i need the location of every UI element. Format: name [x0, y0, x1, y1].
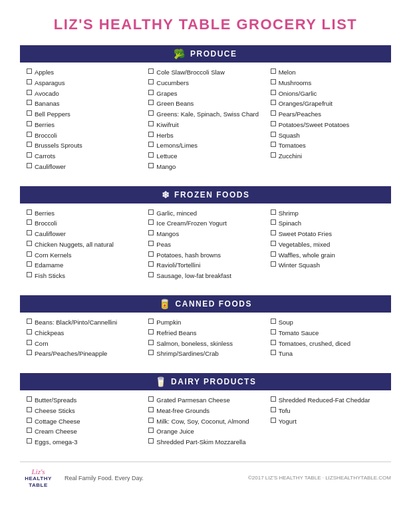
list-item[interactable]: Chicken Nuggets, all natural: [27, 240, 140, 249]
checkbox[interactable]: [27, 251, 32, 257]
list-item[interactable]: Broccoli: [27, 219, 140, 228]
checkbox[interactable]: [271, 132, 276, 137]
checkbox[interactable]: [148, 241, 154, 246]
checkbox[interactable]: [271, 152, 276, 158]
checkbox[interactable]: [27, 79, 32, 84]
list-item[interactable]: Melon: [271, 68, 384, 77]
list-item[interactable]: Potatoes, hash browns: [148, 251, 262, 260]
list-item[interactable]: Beans: Black/Pinto/Cannellini: [27, 318, 140, 327]
list-item[interactable]: Garlic, minced: [148, 209, 262, 218]
checkbox[interactable]: [27, 438, 32, 444]
checkbox[interactable]: [148, 396, 154, 402]
checkbox[interactable]: [27, 68, 32, 74]
list-item[interactable]: Shrimp: [271, 209, 384, 218]
checkbox[interactable]: [27, 209, 32, 215]
checkbox[interactable]: [148, 209, 154, 215]
list-item[interactable]: Pears/Peaches: [271, 110, 384, 119]
list-item[interactable]: Winter Squash: [271, 261, 384, 270]
checkbox[interactable]: [148, 79, 154, 84]
checkbox[interactable]: [148, 142, 154, 147]
list-item[interactable]: Tomatoes, crushed, diced: [271, 339, 384, 348]
checkbox[interactable]: [271, 219, 276, 225]
list-item[interactable]: Eggs, omega-3: [27, 438, 140, 447]
list-item[interactable]: Zucchini: [271, 152, 384, 161]
list-item[interactable]: Ravioli/Tortellini: [148, 261, 262, 270]
list-item[interactable]: Tomato Sauce: [271, 329, 384, 338]
list-item[interactable]: Lemons/Limes: [148, 141, 262, 150]
list-item[interactable]: Meat-free Grounds: [148, 406, 262, 416]
checkbox[interactable]: [148, 350, 154, 355]
checkbox[interactable]: [148, 438, 154, 444]
list-item[interactable]: Herbs: [148, 131, 262, 140]
list-item[interactable]: Tuna: [271, 349, 384, 358]
list-item[interactable]: Kiwifruit: [148, 120, 262, 130]
checkbox[interactable]: [148, 418, 154, 423]
checkbox[interactable]: [148, 90, 154, 95]
list-item[interactable]: Orange Juice: [148, 427, 262, 436]
list-item[interactable]: Brussels Sprouts: [27, 141, 140, 150]
checkbox[interactable]: [27, 272, 32, 277]
checkbox[interactable]: [148, 110, 154, 116]
checkbox[interactable]: [271, 79, 276, 84]
list-item[interactable]: Avocado: [27, 89, 140, 98]
list-item[interactable]: Green Beans: [148, 99, 262, 108]
checkbox[interactable]: [148, 251, 154, 257]
list-item[interactable]: Oranges/Grapefruit: [271, 99, 384, 108]
list-item[interactable]: Ice Cream/Frozen Yogurt: [148, 219, 262, 228]
list-item[interactable]: Lettuce: [148, 152, 262, 161]
list-item[interactable]: Shrimp/Sardines/Crab: [148, 349, 262, 358]
list-item[interactable]: Sweet Potato Fries: [271, 229, 384, 239]
list-item[interactable]: Cottage Cheese: [27, 417, 140, 426]
list-item[interactable]: Pears/Peaches/Pineapple: [27, 349, 140, 358]
list-item[interactable]: Asparagus: [27, 78, 140, 88]
checkbox[interactable]: [27, 230, 32, 235]
checkbox[interactable]: [148, 219, 154, 225]
checkbox[interactable]: [27, 329, 32, 334]
checkbox[interactable]: [27, 340, 32, 345]
list-item[interactable]: Mushrooms: [271, 78, 384, 88]
list-item[interactable]: Refried Beans: [148, 329, 262, 338]
list-item[interactable]: Yogurt: [271, 417, 384, 426]
checkbox[interactable]: [148, 230, 154, 235]
checkbox[interactable]: [271, 329, 276, 334]
checkbox[interactable]: [27, 142, 32, 147]
checkbox[interactable]: [271, 230, 276, 235]
checkbox[interactable]: [271, 319, 276, 324]
checkbox[interactable]: [271, 340, 276, 345]
checkbox[interactable]: [27, 241, 32, 246]
checkbox[interactable]: [271, 418, 276, 423]
list-item[interactable]: Berries: [27, 209, 140, 218]
checkbox[interactable]: [271, 90, 276, 95]
list-item[interactable]: Shredded Reduced-Fat Cheddar: [271, 396, 384, 405]
list-item[interactable]: Cole Slaw/Broccoli Slaw: [148, 68, 262, 77]
checkbox[interactable]: [27, 407, 32, 412]
checkbox[interactable]: [271, 261, 276, 267]
checkbox[interactable]: [271, 350, 276, 355]
checkbox[interactable]: [148, 319, 154, 324]
checkbox[interactable]: [271, 396, 276, 402]
checkbox[interactable]: [148, 340, 154, 345]
checkbox[interactable]: [27, 261, 32, 267]
list-item[interactable]: Cream Cheese: [27, 427, 140, 436]
list-item[interactable]: Corn Kernels: [27, 251, 140, 260]
checkbox[interactable]: [271, 110, 276, 116]
checkbox[interactable]: [148, 132, 154, 137]
checkbox[interactable]: [27, 121, 32, 126]
checkbox[interactable]: [27, 132, 32, 137]
checkbox[interactable]: [271, 251, 276, 257]
list-item[interactable]: Sausage, low-fat breakfast: [148, 271, 262, 281]
checkbox[interactable]: [27, 350, 32, 355]
list-item[interactable]: Cauliflower: [27, 162, 140, 172]
list-item[interactable]: Waffles, whole grain: [271, 251, 384, 260]
list-item[interactable]: Salmon, boneless, skinless: [148, 339, 262, 348]
list-item[interactable]: Pumpkin: [148, 318, 262, 327]
checkbox[interactable]: [148, 407, 154, 412]
list-item[interactable]: Cucumbers: [148, 78, 262, 88]
list-item[interactable]: Tofu: [271, 406, 384, 416]
list-item[interactable]: Edamame: [27, 261, 140, 270]
checkbox[interactable]: [148, 272, 154, 277]
list-item[interactable]: Potatoes/Sweet Potatoes: [271, 120, 384, 130]
list-item[interactable]: Berries: [27, 120, 140, 130]
checkbox[interactable]: [148, 163, 154, 168]
list-item[interactable]: Mangos: [148, 229, 262, 239]
